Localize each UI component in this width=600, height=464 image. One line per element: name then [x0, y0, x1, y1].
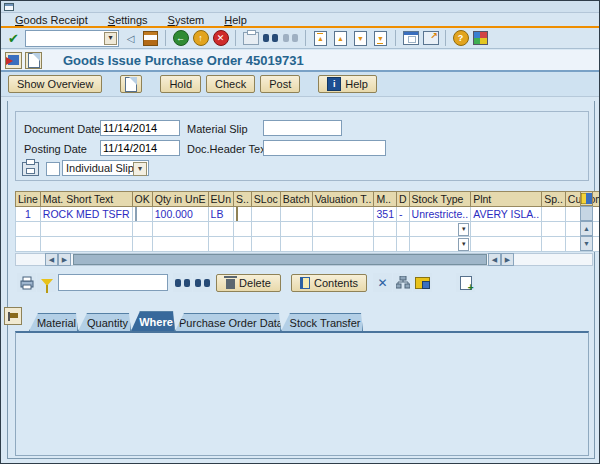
- posting-date-field[interactable]: [100, 140, 180, 156]
- back-icon[interactable]: ←: [172, 30, 189, 47]
- new-session-icon[interactable]: [402, 30, 419, 47]
- line-select-cell[interactable]: 1: [16, 207, 41, 222]
- col-valuation[interactable]: Valuation T..: [312, 192, 374, 207]
- customize-layout-icon[interactable]: [472, 30, 489, 47]
- screen-menu-icon[interactable]: [5, 52, 22, 69]
- page-up-icon[interactable]: ▲: [332, 30, 349, 47]
- find-next-items-icon[interactable]: [193, 273, 212, 292]
- col-plnt[interactable]: Plnt: [471, 192, 542, 207]
- plnt-cell[interactable]: AVERY ISLA..: [471, 207, 542, 222]
- help-icon[interactable]: ?: [452, 30, 469, 47]
- contents-button[interactable]: Contents: [291, 274, 367, 292]
- horizontal-scrollbar-thumb[interactable]: [73, 254, 487, 265]
- menu-help[interactable]: Help: [224, 14, 247, 26]
- col-line[interactable]: Line: [16, 192, 41, 207]
- detail-button-icon[interactable]: [236, 207, 238, 221]
- item-search-input[interactable]: [58, 274, 168, 291]
- exit-icon[interactable]: ↑: [192, 30, 209, 47]
- scroll-down-icon[interactable]: ▼: [580, 236, 593, 251]
- col-sp[interactable]: Sp..: [542, 192, 566, 207]
- new-document-button[interactable]: [120, 75, 142, 93]
- vertical-scrollbar-thumb[interactable]: [580, 206, 593, 221]
- doc-header-text-field[interactable]: [263, 140, 386, 156]
- page-down-icon[interactable]: ▼: [352, 30, 369, 47]
- col-qty[interactable]: Qty in UnE: [152, 192, 208, 207]
- individual-slip-dropdown[interactable]: Individual Slip ▾: [62, 160, 149, 176]
- menu-system[interactable]: System: [168, 14, 205, 26]
- d-cell[interactable]: -: [396, 207, 409, 222]
- s-cell[interactable]: [233, 207, 251, 222]
- ok-checkbox[interactable]: [135, 207, 137, 221]
- dropdown-icon[interactable]: ▾: [133, 162, 147, 176]
- document-date-field[interactable]: [100, 120, 180, 136]
- scroll-right-icon[interactable]: ▶: [58, 253, 71, 266]
- close-items-icon[interactable]: ✕: [373, 273, 392, 292]
- sp-cell[interactable]: [542, 207, 566, 222]
- hierarchy-icon[interactable]: [393, 273, 412, 292]
- scroll-up-icon[interactable]: ▲: [580, 221, 593, 236]
- cancel-icon[interactable]: ✕: [212, 30, 229, 47]
- col-stock-type[interactable]: Stock Type: [409, 192, 471, 207]
- first-page-icon[interactable]: ▲: [312, 30, 329, 47]
- delete-button[interactable]: Delete: [216, 274, 281, 292]
- col-d[interactable]: D: [396, 192, 409, 207]
- line-select-cell[interactable]: [16, 237, 41, 252]
- stock-type-cell[interactable]: ▾: [409, 237, 471, 252]
- ok-cell[interactable]: [132, 207, 152, 222]
- eun-cell[interactable]: LB: [208, 207, 233, 222]
- col-eun[interactable]: EUn: [208, 192, 233, 207]
- tab-purchase-order-data[interactable]: Purchase Order Data: [175, 313, 281, 331]
- hold-button[interactable]: Hold: [160, 75, 201, 93]
- col-mat-short-text[interactable]: Mat. Short Text: [40, 192, 132, 207]
- stock-type-dropdown-icon[interactable]: ▾: [458, 238, 469, 251]
- document-list-icon[interactable]: [25, 52, 42, 69]
- table-configuration-icon[interactable]: [580, 191, 593, 206]
- stock-type-cell[interactable]: ▾: [409, 222, 471, 237]
- print-icon[interactable]: [242, 30, 259, 47]
- scroll-left-icon[interactable]: ◀: [488, 253, 501, 266]
- qty-cell[interactable]: 100.000: [152, 207, 208, 222]
- batch-cell[interactable]: [280, 207, 312, 222]
- command-dropdown-icon[interactable]: ▾: [104, 32, 117, 45]
- mvt-cell[interactable]: 351: [374, 207, 397, 222]
- post-button[interactable]: Post: [260, 75, 300, 93]
- check-button[interactable]: Check: [206, 75, 255, 93]
- material-slip-field[interactable]: [263, 120, 342, 136]
- col-sloc[interactable]: SLoc: [251, 192, 280, 207]
- stock-type-dropdown-icon[interactable]: ▾: [458, 223, 469, 236]
- valuation-cell[interactable]: [312, 207, 374, 222]
- col-m[interactable]: M..: [374, 192, 397, 207]
- command-input[interactable]: ▾: [25, 30, 119, 47]
- print-checkbox[interactable]: [46, 162, 60, 176]
- find-items-icon[interactable]: [173, 273, 192, 292]
- line-select-cell[interactable]: [16, 222, 41, 237]
- insert-line-icon[interactable]: [456, 273, 475, 292]
- enter-icon[interactable]: ✔: [5, 30, 22, 47]
- col-s[interactable]: S..: [233, 192, 251, 207]
- tab-where[interactable]: Where: [131, 311, 175, 331]
- menu-settings[interactable]: Settings: [108, 14, 148, 26]
- tab-stock-transfer[interactable]: Stock Transfer: [281, 313, 363, 331]
- print-slip-icon[interactable]: [22, 162, 39, 176]
- stock-type-cell[interactable]: Unrestricte..: [409, 207, 471, 222]
- help-button[interactable]: iHelp: [318, 75, 377, 93]
- scroll-left-icon[interactable]: ◀: [45, 253, 58, 266]
- print-items-icon[interactable]: [17, 273, 36, 292]
- col-batch[interactable]: Batch: [280, 192, 312, 207]
- show-overview-button[interactable]: Show Overview: [8, 75, 102, 93]
- scroll-right-icon[interactable]: ▶: [501, 253, 514, 266]
- filter-icon[interactable]: [37, 273, 56, 292]
- close-detail-data-icon[interactable]: [4, 307, 22, 325]
- tab-quantity[interactable]: Quantity: [78, 313, 131, 331]
- find-icon[interactable]: [262, 30, 279, 47]
- shortcut-icon[interactable]: [422, 30, 439, 47]
- enter-arrow-icon[interactable]: ◁: [122, 30, 139, 47]
- menu-goods-receipt[interactable]: Goods Receipt: [15, 14, 88, 26]
- tab-material[interactable]: Material: [29, 313, 78, 331]
- find-next-icon[interactable]: [282, 30, 299, 47]
- mat-short-text-cell[interactable]: ROCK MED TSFR: [40, 207, 132, 222]
- col-ok[interactable]: OK: [132, 192, 152, 207]
- sloc-cell[interactable]: [251, 207, 280, 222]
- store-data-icon[interactable]: [413, 273, 432, 292]
- last-page-icon[interactable]: ▼: [372, 30, 389, 47]
